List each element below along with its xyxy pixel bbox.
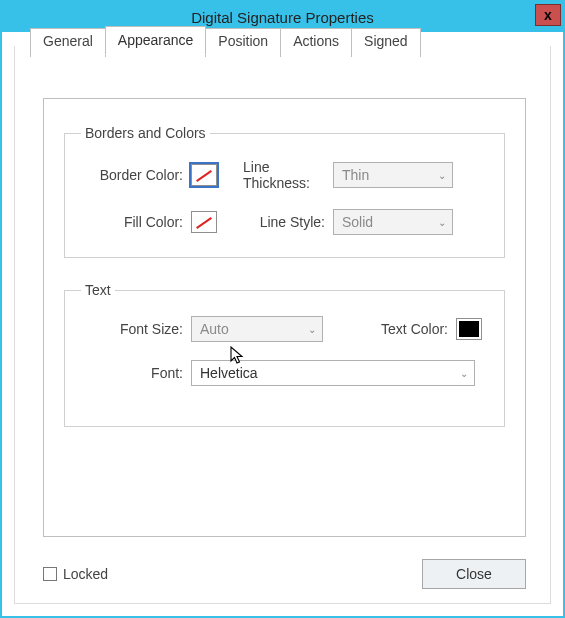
font-select[interactable]: Helvetica ⌄ (191, 360, 475, 386)
font-size-select[interactable]: Auto ⌄ (191, 316, 323, 342)
tab-signed[interactable]: Signed (351, 28, 421, 57)
appearance-panel: Borders and Colors Border Color: Line Th… (43, 98, 526, 537)
no-color-icon (194, 214, 214, 230)
borders-and-colors-group: Borders and Colors Border Color: Line Th… (64, 125, 505, 258)
tab-general[interactable]: General (30, 28, 106, 57)
select-value: Auto (200, 321, 229, 337)
tab-row: General Appearance Position Actions Sign… (30, 26, 420, 55)
group-legend: Text (81, 282, 115, 298)
tab-label: Actions (293, 33, 339, 49)
button-label: Close (456, 566, 492, 582)
tab-appearance[interactable]: Appearance (105, 26, 207, 55)
fill-color-label: Fill Color: (81, 214, 191, 230)
tab-actions[interactable]: Actions (280, 28, 352, 57)
dialog-window: Digital Signature Properties x General A… (0, 0, 565, 618)
chevron-down-icon: ⌄ (438, 217, 446, 228)
tab-position[interactable]: Position (205, 28, 281, 57)
locked-checkbox[interactable]: Locked (43, 566, 108, 582)
chevron-down-icon: ⌄ (460, 368, 468, 379)
window-close-button[interactable]: x (535, 4, 561, 26)
text-color-swatch[interactable] (456, 318, 482, 340)
locked-label: Locked (63, 566, 108, 582)
close-button[interactable]: Close (422, 559, 526, 589)
tab-label: Position (218, 33, 268, 49)
text-group: Text Font Size: Auto ⌄ Text Color: Font: (64, 282, 505, 427)
dialog-footer: Locked Close (43, 559, 526, 589)
text-color-label: Text Color: (381, 321, 456, 337)
line-style-select[interactable]: Solid ⌄ (333, 209, 453, 235)
font-size-label: Font Size: (81, 321, 191, 337)
font-label: Font: (81, 365, 191, 381)
tab-label: General (43, 33, 93, 49)
tab-label: Signed (364, 33, 408, 49)
line-thickness-select[interactable]: Thin ⌄ (333, 162, 453, 188)
row-font-size: Font Size: Auto ⌄ Text Color: (81, 316, 488, 342)
line-thickness-label: Line Thickness: (223, 159, 333, 191)
tab-label: Appearance (118, 32, 194, 48)
client-area: Borders and Colors Border Color: Line Th… (14, 46, 551, 604)
row-border-color: Border Color: Line Thickness: Thin ⌄ (81, 159, 488, 191)
select-value: Thin (342, 167, 369, 183)
chevron-down-icon: ⌄ (438, 170, 446, 181)
border-color-swatch[interactable] (191, 164, 217, 186)
no-color-icon (194, 167, 214, 183)
line-style-label: Line Style: (223, 214, 333, 230)
fill-color-swatch[interactable] (191, 211, 217, 233)
chevron-down-icon: ⌄ (308, 324, 316, 335)
select-value: Solid (342, 214, 373, 230)
checkbox-box-icon (43, 567, 57, 581)
row-font: Font: Helvetica ⌄ (81, 360, 488, 386)
border-color-label: Border Color: (81, 167, 191, 183)
select-value: Helvetica (200, 365, 258, 381)
window-title: Digital Signature Properties (191, 9, 374, 26)
row-fill-color: Fill Color: Line Style: Solid ⌄ (81, 209, 488, 235)
group-legend: Borders and Colors (81, 125, 210, 141)
close-icon: x (544, 7, 552, 23)
black-swatch-icon (459, 321, 479, 337)
